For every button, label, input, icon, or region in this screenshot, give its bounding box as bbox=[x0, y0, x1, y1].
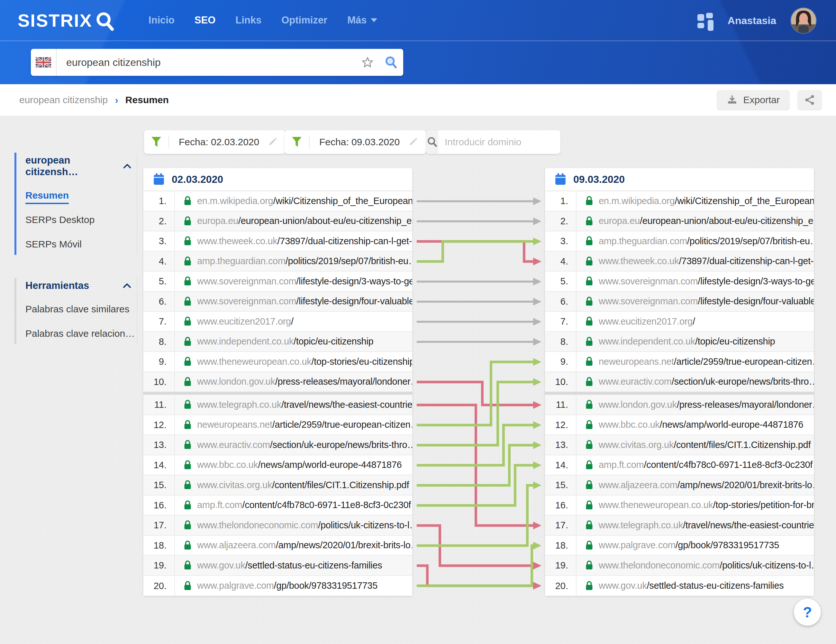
url-path: /section/uk-europe/news/brits-thro… bbox=[672, 376, 814, 386]
serp-url-link[interactable]: www.sovereignman.com/lifestyle-design/fo… bbox=[576, 296, 814, 307]
favorite-star-button[interactable] bbox=[356, 56, 379, 68]
sistrix-logo[interactable]: SISTRIX bbox=[18, 9, 115, 31]
nav-item-seo[interactable]: SEO bbox=[194, 15, 216, 26]
url-domain: www.sovereignman.com bbox=[197, 276, 296, 286]
serp-url-link[interactable]: www.theweek.co.uk/73897/dual-citizenship… bbox=[576, 256, 814, 266]
funnel-icon bbox=[284, 135, 310, 148]
serp-url-link[interactable]: www.telegraph.co.uk/travel/news/the-easi… bbox=[175, 399, 412, 410]
serp-url-link[interactable]: neweuropeans.net/article/2959/true-europ… bbox=[175, 419, 412, 430]
rank-change-line-down bbox=[417, 241, 534, 262]
serp-url-link[interactable]: www.aljazeera.com/amp/news/2020/01/brexi… bbox=[175, 540, 412, 551]
keyword-input[interactable] bbox=[57, 57, 356, 68]
apps-grid-icon[interactable]: + bbox=[697, 13, 713, 28]
serp-url-link[interactable]: www.theneweuropean.co.uk/top-stories/pet… bbox=[576, 500, 814, 510]
edit-pencil-icon[interactable] bbox=[268, 137, 277, 147]
url-path: /73897/dual-citizenship-can-l-get-… bbox=[679, 256, 814, 266]
serp-url-link[interactable]: www.euractiv.com/section/uk-europe/news/… bbox=[175, 440, 412, 450]
search-submit-button[interactable] bbox=[379, 55, 403, 69]
sidebar-item-serps-m-vil[interactable]: SERPs Móvil bbox=[25, 239, 137, 250]
arrowhead-icon bbox=[533, 218, 542, 225]
serp-url-link[interactable]: www.independent.co.uk/topic/eu-citizensh… bbox=[576, 336, 814, 347]
serp-position: 14. bbox=[545, 455, 576, 474]
serp-url-link[interactable]: amp.theguardian.com/politics/2019/sep/07… bbox=[175, 256, 412, 266]
https-lock-icon bbox=[585, 420, 594, 430]
help-button[interactable]: ? bbox=[794, 599, 821, 626]
sidebar-group-header[interactable]: Herramientas bbox=[25, 280, 137, 292]
date-filter-left[interactable]: Fecha: 02.03.2020 bbox=[144, 130, 286, 154]
serp-row: 10.www.london.gov.uk/press-releases/mayo… bbox=[144, 372, 412, 392]
serp-url-link[interactable]: www.bbc.co.uk/news/amp/world-europe-4487… bbox=[175, 460, 412, 470]
date-filter-right[interactable]: Fecha: 09.03.2020 bbox=[284, 130, 426, 154]
serp-position: 6. bbox=[144, 292, 175, 311]
nav-item-más[interactable]: Más bbox=[347, 15, 377, 26]
country-selector[interactable] bbox=[31, 49, 57, 76]
serp-url-link[interactable]: www.bbc.co.uk/news/amp/world-europe-4487… bbox=[576, 419, 814, 430]
sidebar-item-serps-desktop[interactable]: SERPs Desktop bbox=[25, 214, 137, 225]
serp-position: 12. bbox=[144, 415, 175, 434]
serp-url-link[interactable]: amp.ft.com/content/c4fb78c0-6971-11e8-8c… bbox=[576, 460, 814, 470]
share-button[interactable] bbox=[798, 90, 821, 109]
serp-url-link[interactable]: www.london.gov.uk/press-releases/mayoral… bbox=[175, 376, 412, 387]
serp-url-link[interactable]: www.sovereignman.com/lifestyle-design/3-… bbox=[576, 276, 814, 287]
serp-url-link[interactable]: amp.theguardian.com/politics/2019/sep/07… bbox=[576, 236, 814, 246]
url-path: /news/amp/world-europe-44871876 bbox=[660, 419, 803, 430]
url-path: /section/uk-europe/news/brits-thro… bbox=[270, 440, 412, 450]
rank-change-line-down bbox=[417, 382, 534, 405]
https-lock-icon bbox=[183, 316, 192, 326]
serp-url-link[interactable]: en.m.wikipedia.org/wiki/Citizenship_of_t… bbox=[175, 196, 412, 206]
serp-url-link[interactable]: www.thelondoneconomic.com/politics/uk-ci… bbox=[576, 560, 814, 571]
serp-table-right: 09.03.20201.en.m.wikipedia.org/wiki/Citi… bbox=[545, 168, 814, 596]
serp-url-link[interactable]: www.gov.uk/settled-status-eu-citizens-fa… bbox=[175, 560, 412, 571]
serp-url-link[interactable]: www.eucitizen2017.org/ bbox=[576, 316, 814, 327]
sidebar-group-header[interactable]: european citizensh… bbox=[25, 155, 137, 178]
serp-url-link[interactable]: www.aljazeera.com/amp/news/2020/01/brexi… bbox=[576, 480, 814, 491]
breadcrumb-keyword[interactable]: european citizenship bbox=[19, 95, 108, 105]
serp-url-link[interactable]: www.civitas.org.uk/content/files/CIT.1.C… bbox=[175, 480, 412, 491]
serp-row: 7.www.eucitizen2017.org/ bbox=[545, 312, 814, 332]
serp-url-link[interactable]: www.civitas.org.uk/content/files/CIT.1.C… bbox=[576, 440, 814, 450]
serp-url-link[interactable]: www.euractiv.com/section/uk-europe/news/… bbox=[576, 376, 814, 387]
avatar[interactable] bbox=[791, 8, 816, 33]
serp-position: 19. bbox=[545, 556, 576, 575]
serp-url-link[interactable]: www.eucitizen2017.org/ bbox=[175, 316, 412, 327]
serp-url-link[interactable]: www.palgrave.com/gp/book/9783319517735 bbox=[175, 580, 412, 591]
arrowhead-icon bbox=[533, 441, 542, 449]
serp-url-link[interactable]: www.theweek.co.uk/73897/dual-citizenship… bbox=[175, 236, 412, 246]
url-path: /settled-status-eu-citizens-families bbox=[647, 580, 784, 591]
serp-url-link[interactable]: amp.ft.com/content/c4fb78c0-6971-11e8-8c… bbox=[175, 500, 412, 510]
nav-item-links[interactable]: Links bbox=[235, 15, 261, 26]
arrowhead-icon bbox=[533, 378, 542, 386]
serp-url-link[interactable]: www.independent.co.uk/topic/eu-citizensh… bbox=[175, 336, 412, 347]
https-lock-icon bbox=[183, 420, 192, 430]
serp-url-link[interactable]: www.london.gov.uk/press-releases/mayoral… bbox=[576, 399, 814, 410]
serp-position: 16. bbox=[144, 496, 175, 515]
url-path: /news/amp/world-europe-44871876 bbox=[258, 460, 402, 470]
url-domain: www.sovereignman.com bbox=[197, 296, 296, 306]
date-filter-right-label: Fecha: 09.03.2020 bbox=[310, 137, 408, 147]
serp-row: 14.amp.ft.com/content/c4fb78c0-6971-11e8… bbox=[545, 455, 814, 476]
serp-date: 09.03.2020 bbox=[573, 174, 625, 186]
nav-item-inicio[interactable]: Inicio bbox=[149, 15, 175, 26]
serp-url-link[interactable]: www.telegraph.co.uk/travel/news/the-easi… bbox=[576, 520, 814, 531]
url-path: /lifestyle-design/3-ways-to-ge… bbox=[698, 276, 814, 286]
nav-item-optimizer[interactable]: Optimizer bbox=[281, 15, 327, 26]
serp-url-link[interactable]: www.palgrave.com/gp/book/9783319517735 bbox=[576, 540, 814, 551]
https-lock-icon bbox=[183, 440, 192, 450]
user-name[interactable]: Anastasia bbox=[728, 15, 776, 27]
serp-url-link[interactable]: www.sovereignman.com/lifestyle-design/fo… bbox=[175, 296, 412, 307]
serp-position: 8. bbox=[545, 332, 576, 351]
serp-position: 15. bbox=[545, 475, 576, 494]
serp-url-link[interactable]: europa.eu/european-union/about-eu/eu-cit… bbox=[576, 216, 814, 226]
export-button[interactable]: Exportar bbox=[717, 90, 789, 109]
sidebar-item-palabras-clave-relacion-[interactable]: Palabras clave relacion… bbox=[25, 328, 137, 339]
serp-url-link[interactable]: www.gov.uk/settled-status-eu-citizens-fa… bbox=[576, 580, 814, 591]
serp-url-link[interactable]: www.sovereignman.com/lifestyle-design/3-… bbox=[175, 276, 412, 287]
sidebar-item-resumen[interactable]: Resumen bbox=[25, 190, 137, 201]
serp-url-link[interactable]: www.theneweuropean.co.uk/top-stories/eu-… bbox=[175, 356, 412, 367]
serp-row: 9.www.theneweuropean.co.uk/top-stories/e… bbox=[144, 352, 412, 372]
serp-url-link[interactable]: en.m.wikipedia.org/wiki/Citizenship_of_t… bbox=[576, 196, 814, 206]
serp-url-link[interactable]: neweuropeans.net/article/2959/true-europ… bbox=[576, 356, 814, 367]
serp-url-link[interactable]: europa.eu/european-union/about-eu/eu-cit… bbox=[175, 216, 412, 226]
sidebar-item-palabras-clave-similares[interactable]: Palabras clave similares bbox=[25, 304, 137, 315]
serp-url-link[interactable]: www.thelondoneconomic.com/politics/uk-ci… bbox=[175, 520, 412, 531]
